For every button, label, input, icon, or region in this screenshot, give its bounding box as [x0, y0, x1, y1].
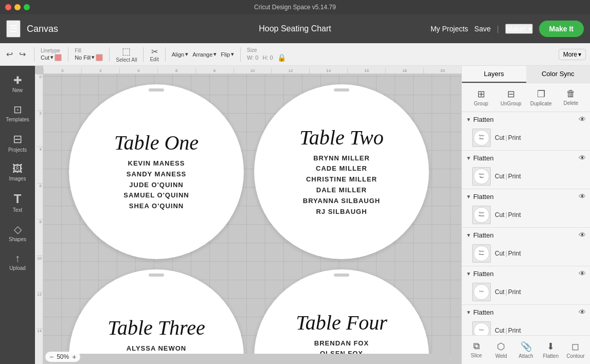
arrange-button[interactable]: Arrange ▾	[192, 51, 217, 58]
canvas-area[interactable]: 0 2 4 6 8 10 12 14 16 18 20 0 2 4 6 8 10	[35, 66, 461, 364]
table-four-handle	[334, 274, 349, 277]
cut-label-3: Cut	[495, 211, 505, 219]
contour-label: Contour	[566, 353, 585, 359]
fill-select[interactable]: No Fill ▾	[75, 54, 95, 61]
sidebar-item-templates[interactable]: ⊡ Templates	[2, 99, 33, 126]
tab-layers[interactable]: Layers	[462, 66, 526, 83]
visibility-icon-2[interactable]: 👁	[579, 154, 586, 162]
layer-cut-print-4: Cut | Print	[495, 250, 521, 257]
slice-button[interactable]: ⧉ Slice	[464, 339, 489, 361]
linetype-select[interactable]: Cut ▾	[41, 54, 53, 61]
delete-button[interactable]: 🗑 Delete	[556, 86, 586, 108]
table-four-card[interactable]: Table Four BRENDAN FOXOLSEN FOXSTEFANA F…	[254, 269, 429, 354]
toolbar-right: More ▾	[559, 49, 586, 60]
select-all-section[interactable]: ⬚ Select All	[116, 46, 137, 63]
header-divider: |	[497, 25, 499, 33]
zoom-level: 50%	[57, 353, 69, 360]
layer-cut-print-5: Cut | Print	[495, 288, 521, 296]
visibility-icon-1[interactable]: 👁	[579, 115, 586, 123]
sidebar-item-projects-label: Projects	[8, 147, 27, 153]
ruler-mark: 12	[37, 292, 43, 328]
table-two-name: Table Two	[299, 126, 383, 149]
upload-icon: ↑	[15, 252, 20, 264]
redo-button[interactable]: ↪	[17, 48, 28, 60]
flatten-label-1: Flatten	[473, 116, 579, 123]
flatten-bottom-button[interactable]: ⬇ Flatten	[539, 339, 563, 361]
zoom-in-button[interactable]: +	[72, 353, 76, 361]
sidebar-item-upload[interactable]: ↑ Upload	[2, 248, 33, 275]
templates-icon: ⊡	[13, 103, 22, 116]
align-control: Align ▾	[172, 51, 188, 58]
cut-label-6: Cut	[495, 327, 505, 334]
attach-button[interactable]: 📎 Attach	[513, 339, 538, 361]
my-projects-button[interactable]: My Projects	[431, 25, 468, 33]
slice-icon: ⧉	[473, 341, 480, 352]
edit-label: Edit	[150, 57, 158, 62]
maker-button[interactable]: Maker ▾	[505, 24, 533, 34]
main-header: ☰ Canvas Hoop Seating Chart My Projects …	[0, 14, 590, 43]
hamburger-button[interactable]: ☰	[6, 20, 21, 38]
make-it-button[interactable]: Make It	[539, 21, 584, 37]
titlebar: Cricut Design Space v5.14.79	[0, 0, 590, 14]
left-sidebar: ✚ New ⊡ Templates ⊟ Projects 🖼 Images T …	[0, 66, 35, 364]
ruler-mark: 14	[309, 68, 347, 74]
table-two-guests: BRYNN MILLERCADE MILLERCHRISTINE MILLERD…	[303, 153, 380, 217]
duplicate-button[interactable]: ❐ Duplicate	[526, 86, 556, 108]
align-button[interactable]: Align ▾	[172, 51, 188, 58]
visibility-icon-6[interactable]: 👁	[579, 308, 586, 316]
ruler-mark: 2	[37, 111, 43, 147]
visibility-icon-5[interactable]: 👁	[579, 269, 586, 278]
toolbar-divider-2	[68, 47, 68, 62]
flatten-header-5[interactable]: ▼ Flatten 👁	[462, 266, 590, 281]
weld-button[interactable]: ⬡ Weld	[489, 339, 513, 361]
flatten-header-4[interactable]: ▼ Flatten 👁	[462, 228, 590, 242]
sidebar-item-images[interactable]: 🖼 Images	[2, 159, 33, 186]
close-button[interactable]	[5, 4, 11, 10]
undo-button[interactable]: ↩	[4, 48, 15, 60]
edit-section[interactable]: ✂ Edit	[150, 47, 158, 62]
table-three-card[interactable]: Table Three ALYSSA NEWONBRYAN NEWONCORA …	[69, 269, 244, 354]
sidebar-item-projects[interactable]: ⊟ Projects	[2, 129, 33, 157]
group-button[interactable]: ⊞ Group	[466, 86, 496, 108]
sidebar-item-shapes[interactable]: ◇ Shapes	[2, 219, 33, 246]
cut-label-2: Cut	[495, 173, 505, 180]
table-two-handle	[334, 88, 349, 92]
flatten-header-6[interactable]: ▼ Flatten 👁	[462, 305, 590, 319]
sidebar-item-text[interactable]: T Text	[2, 188, 33, 217]
more-button[interactable]: More ▾	[559, 49, 586, 60]
layer-cut-print-6: Cut | Print	[495, 327, 521, 334]
select-all-icon: ⬚	[122, 46, 131, 57]
flatten-content-4: TableFour Cut | Print	[462, 242, 590, 266]
chevron-down-icon: ▾	[185, 51, 188, 58]
svg-text:Table: Table	[479, 290, 484, 293]
tab-color-sync[interactable]: Color Sync	[526, 66, 591, 83]
print-label-5: Print	[508, 288, 521, 296]
sidebar-item-upload-label: Upload	[9, 265, 26, 271]
visibility-icon-3[interactable]: 👁	[579, 192, 586, 201]
linetype-color-swatch	[55, 54, 62, 61]
table-two-card[interactable]: Table Two BRYNN MILLERCADE MILLERCHRISTI…	[254, 84, 429, 259]
edit-icon: ✂	[151, 47, 158, 57]
svg-text:One: One	[479, 137, 484, 140]
sidebar-item-new[interactable]: ✚ New	[2, 70, 33, 97]
flatten-header-1[interactable]: ▼ Flatten 👁	[462, 112, 590, 126]
vertical-ruler: 0 2 4 6 8 10 12 14	[35, 74, 43, 364]
minimize-button[interactable]	[14, 4, 21, 10]
group-icon: ⊞	[477, 88, 485, 100]
table-one-card[interactable]: Table One KEVIN MANESSSANDY MANESSJUDE O…	[69, 84, 244, 259]
projects-icon: ⊟	[13, 133, 22, 146]
chevron-down-icon: ▾	[231, 51, 234, 58]
visibility-icon-4[interactable]: 👁	[579, 231, 586, 239]
save-button[interactable]: Save	[474, 25, 491, 33]
contour-button[interactable]: ◻ Contour	[563, 339, 588, 361]
ungroup-button[interactable]: ⊟ UnGroup	[496, 86, 526, 108]
flip-button[interactable]: Flip ▾	[221, 51, 234, 58]
cut-label-5: Cut	[495, 288, 505, 296]
flatten-header-3[interactable]: ▼ Flatten 👁	[462, 189, 590, 204]
print-label-4: Print	[508, 250, 521, 257]
right-sidebar: Layers Color Sync ⊞ Group ⊟ UnGroup ❐ Du…	[461, 66, 590, 364]
zoom-out-button[interactable]: −	[49, 353, 53, 361]
text-icon: T	[14, 192, 22, 206]
fullscreen-button[interactable]	[24, 4, 30, 10]
flatten-header-2[interactable]: ▼ Flatten 👁	[462, 151, 590, 165]
